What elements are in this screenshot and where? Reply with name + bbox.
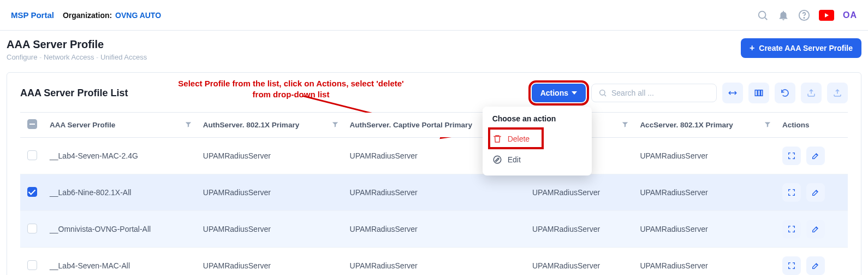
annotation-text: Select Profile from the list, click on A… — [154, 78, 427, 101]
svg-rect-10 — [755, 90, 757, 96]
search-icon — [598, 89, 607, 97]
svg-line-1 — [765, 17, 767, 20]
cell-auth_byod: UPAMRadiusServer — [527, 174, 634, 211]
expand-icon — [787, 261, 796, 270]
breadcrumb-item[interactable]: Network Access — [44, 53, 100, 61]
profile-list-card: AAA Server Profile List Select Profile f… — [7, 72, 861, 275]
filter-icon[interactable] — [331, 120, 339, 130]
edit-icon — [811, 188, 820, 197]
page-title: AAA Server Profile — [7, 38, 147, 51]
upload-icon — [833, 88, 842, 98]
svg-point-8 — [600, 90, 605, 95]
filter-icon[interactable] — [764, 120, 771, 130]
export-icon — [806, 88, 816, 98]
topbar: MSP Portal Organization: OVNG AUTO OA — [0, 0, 868, 31]
youtube-icon[interactable] — [819, 10, 834, 21]
cell-acc_8021x: UPAMRadiusServer — [634, 138, 777, 174]
cell-profile: __Lab4-Seven-MAC-2.4G — [44, 138, 198, 174]
cell-auth_8021x: UPAMRadiusServer — [198, 138, 344, 174]
dropdown-item-edit[interactable]: Edit — [483, 149, 592, 170]
cell-actions — [777, 174, 848, 211]
cell-acc_8021x: UPAMRadiusServer — [634, 211, 777, 248]
select-all-checkbox[interactable] — [27, 119, 37, 129]
filter-icon[interactable] — [621, 120, 629, 130]
breadcrumb-item[interactable]: Unified Access — [100, 53, 147, 61]
columns-button[interactable] — [748, 83, 769, 103]
svg-marker-16 — [765, 122, 771, 127]
cell-auth_8021x: UPAMRadiusServer — [198, 211, 344, 248]
svg-line-9 — [604, 95, 606, 96]
edit-icon — [811, 225, 820, 233]
help-icon[interactable] — [798, 9, 810, 21]
filter-icon[interactable] — [185, 120, 192, 130]
table-row: __Lab4-Seven-MAC-AllUPAMRadiusServerUPAM… — [20, 248, 848, 276]
cell-profile: __Lab4-Seven-MAC-All — [44, 248, 198, 276]
dropdown-item-label: Delete — [508, 134, 530, 143]
table-row: __Lab4-Seven-MAC-2.4GUPAMRadiusServerUPA… — [20, 138, 848, 174]
upload-button[interactable] — [827, 83, 848, 103]
cell-actions — [777, 138, 848, 174]
cell-auth_captive: UPAMRadiusServer — [344, 248, 527, 276]
row-view-button[interactable] — [782, 220, 801, 238]
columns-icon — [754, 88, 764, 98]
row-view-button[interactable] — [782, 256, 801, 275]
page-header: AAA Server Profile Configure Network Acc… — [0, 31, 868, 67]
search-icon[interactable] — [757, 9, 769, 21]
actions-button-label: Actions — [540, 89, 568, 97]
cell-auth_captive: UPAMRadiusServer — [344, 174, 527, 211]
row-checkbox[interactable] — [27, 150, 37, 160]
cell-acc_8021x: UPAMRadiusServer — [634, 174, 777, 211]
svg-marker-15 — [622, 122, 628, 127]
search-wrap[interactable] — [591, 84, 717, 102]
actions-button[interactable]: Actions — [532, 84, 586, 102]
row-view-button[interactable] — [782, 147, 801, 165]
dropdown-item-delete[interactable]: Delete — [483, 128, 592, 149]
expand-icon — [787, 225, 796, 233]
svg-marker-13 — [186, 122, 192, 127]
row-view-button[interactable] — [782, 183, 801, 202]
svg-point-7 — [494, 156, 501, 163]
row-edit-button[interactable] — [806, 183, 825, 202]
cell-profile: __Lab6-Nine-802.1X-All — [44, 174, 198, 211]
table-row: __Omnivista-OVNG-Portal-AllUPAMRadiusSer… — [20, 211, 848, 248]
table-row: __Lab6-Nine-802.1X-AllUPAMRadiusServerUP… — [20, 174, 848, 211]
actions-dropdown: Choose an action Delete Edit — [483, 107, 592, 175]
col-header-auth-8021x[interactable]: AuthServer. 802.1X Primary — [198, 113, 344, 138]
bell-icon[interactable] — [777, 9, 789, 21]
avatar[interactable]: OA — [843, 10, 857, 20]
cell-profile: __Omnivista-OVNG-Portal-All — [44, 211, 198, 248]
row-checkbox[interactable] — [27, 260, 37, 270]
svg-point-0 — [759, 11, 766, 18]
org-name-link[interactable]: OVNG AUTO — [115, 11, 161, 20]
col-header-actions: Actions — [777, 113, 848, 138]
search-input[interactable] — [611, 89, 710, 97]
create-profile-button[interactable]: + Create AAA Server Profile — [741, 38, 861, 58]
row-checkbox[interactable] — [27, 187, 37, 197]
row-edit-button[interactable] — [806, 147, 825, 165]
cell-acc_8021x: UPAMRadiusServer — [634, 248, 777, 276]
portal-link[interactable]: MSP Portal — [11, 10, 54, 20]
col-header-acc-8021x[interactable]: AccServer. 802.1X Primary — [634, 113, 777, 138]
row-checkbox[interactable] — [27, 224, 37, 233]
row-edit-button[interactable] — [806, 220, 825, 238]
edit-icon — [492, 155, 502, 165]
export-button[interactable] — [801, 83, 822, 103]
create-button-label: Create AAA Server Profile — [759, 44, 853, 52]
org-label: Organization: — [63, 11, 112, 20]
cell-auth_8021x: UPAMRadiusServer — [198, 174, 344, 211]
cell-actions — [777, 248, 848, 276]
dropdown-item-label: Edit — [508, 155, 521, 164]
svg-point-3 — [804, 17, 804, 17]
breadcrumb-item[interactable]: Configure — [7, 53, 44, 61]
cell-auth_byod: UPAMRadiusServer — [527, 211, 634, 248]
breadcrumb: Configure Network Access Unified Access — [7, 53, 147, 61]
chevron-down-icon — [572, 91, 577, 95]
col-header-profile[interactable]: AAA Server Profile — [44, 113, 198, 138]
list-title: AAA Server Profile List — [20, 87, 128, 99]
row-edit-button[interactable] — [806, 256, 825, 275]
dropdown-title: Choose an action — [483, 114, 592, 128]
resize-columns-button[interactable] — [722, 83, 743, 103]
expand-icon — [787, 151, 796, 160]
cell-auth_byod: UPAMRadiusServer — [527, 248, 634, 276]
refresh-button[interactable] — [775, 83, 795, 103]
